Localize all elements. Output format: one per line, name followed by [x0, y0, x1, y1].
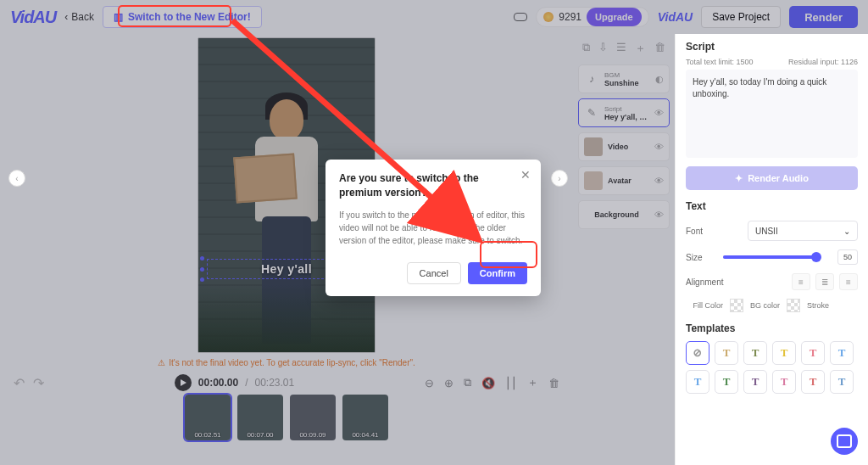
chevron-down-icon: ⌄	[843, 227, 850, 236]
play-button[interactable]	[175, 374, 192, 391]
visibility-icon[interactable]: 👁	[654, 108, 664, 118]
align-center-icon[interactable]: ≣	[815, 273, 834, 290]
clip-thumb[interactable]: 00:09.09	[290, 395, 336, 440]
visibility-icon[interactable]: 👁	[654, 210, 664, 220]
close-icon[interactable]: ✕	[520, 168, 531, 182]
cancel-button[interactable]: Cancel	[407, 262, 461, 284]
delete-icon[interactable]: 🗑	[548, 377, 559, 389]
layer-tool-icon[interactable]: ⧉	[582, 41, 590, 56]
chevron-left-icon: ‹	[64, 11, 68, 23]
wand-icon: ✦	[735, 173, 743, 184]
script-title: Script	[686, 41, 858, 53]
music-icon: ♪	[584, 71, 599, 87]
align-left-icon[interactable]: ≡	[792, 273, 810, 290]
video-thumb-icon	[584, 137, 603, 156]
zoom-in-icon[interactable]: ⊕	[444, 377, 453, 389]
align-right-icon[interactable]: ≡	[839, 273, 858, 290]
upgrade-button[interactable]: Upgrade	[587, 8, 642, 26]
confirm-button[interactable]: Confirm	[468, 262, 527, 284]
coin-icon	[543, 12, 554, 22]
layer-add-icon[interactable]: ＋	[635, 41, 646, 56]
text-template[interactable]: T	[743, 370, 767, 394]
layer-avatar[interactable]: Avatar👁	[578, 166, 670, 195]
top-bar: VidAU ‹Back ▥Switch to the New Editor! 9…	[0, 0, 868, 34]
time-current: 00:00.00	[198, 377, 238, 389]
add-icon[interactable]: ＋	[527, 375, 538, 390]
dialog-body: If you switch to the premium version of …	[339, 209, 527, 247]
text-template[interactable]: T	[830, 370, 854, 394]
text-section-title: Text	[686, 200, 858, 212]
visibility-icon[interactable]: ◐	[655, 74, 664, 85]
mini-logo: VidAU	[658, 10, 693, 24]
preview-warning: It's not the final video yet. To get acc…	[158, 358, 415, 367]
clip-thumb[interactable]: 00:02.51	[185, 395, 231, 440]
stroke-swatch[interactable]	[787, 299, 800, 312]
credits-pill[interactable]: 9291Upgrade	[536, 7, 648, 27]
device-icon[interactable]	[514, 13, 527, 21]
text-template[interactable]: T	[801, 341, 825, 365]
text-template[interactable]: T	[830, 341, 854, 365]
visibility-icon[interactable]: 👁	[654, 142, 664, 152]
transport-bar: ↶ ↷ 00:00.00 / 00:23.01 ⊖ ⊕ ⧉ 🔇 ⎮⎮ ＋ 🗑	[0, 367, 573, 395]
text-template[interactable]: T	[715, 341, 738, 365]
switch-editor-button[interactable]: ▥Switch to the New Editor!	[103, 6, 262, 28]
render-button[interactable]: Render	[789, 6, 858, 28]
undo-icon[interactable]: ↶	[14, 375, 25, 391]
split-icon[interactable]: ⎮⎮	[505, 377, 517, 389]
script-icon: ✎	[584, 105, 599, 120]
layers-panel: ⧉ ⇩ ☰ ＋ 🗑 ♪BGMSunshine◐ ✎ScriptHey y'all…	[573, 34, 675, 465]
timeline-thumbs: 00:02.51 00:07.00 00:09.09 00:04.41	[171, 395, 402, 440]
chat-fab[interactable]	[831, 428, 858, 455]
bg-color-swatch[interactable]	[730, 299, 743, 312]
script-textarea[interactable]: Hey y'all, so today I'm doing a quick un…	[686, 70, 858, 158]
layer-tool-icon[interactable]: ⇩	[598, 41, 608, 56]
text-template[interactable]: T	[686, 370, 709, 394]
layer-script[interactable]: ✎ScriptHey y'all, so t…👁	[578, 98, 670, 127]
zoom-out-icon[interactable]: ⊖	[425, 377, 434, 389]
text-template[interactable]: T	[743, 341, 767, 365]
text-template[interactable]: T	[772, 370, 796, 394]
text-template[interactable]: T	[801, 370, 825, 394]
mute-icon[interactable]: 🔇	[481, 377, 495, 389]
dialog-title: Are you sure to switch to the premium ve…	[339, 171, 527, 200]
text-template[interactable]: T	[772, 341, 796, 365]
inspector-panel: Script Total text limit: 1500Residual in…	[675, 34, 868, 465]
sparkle-icon: ▥	[114, 11, 123, 23]
prev-scene-icon[interactable]: ‹	[8, 170, 25, 187]
text-template[interactable]: ⊘	[686, 341, 709, 365]
logo: VidAU	[10, 8, 56, 27]
text-template[interactable]: T	[715, 370, 738, 394]
redo-icon[interactable]: ↷	[33, 375, 44, 391]
save-project-button[interactable]: Save Project	[701, 6, 781, 28]
confirm-dialog: ✕ Are you sure to switch to the premium …	[326, 160, 541, 296]
templates-title: Templates	[686, 322, 858, 334]
clip-thumb[interactable]: 00:07.00	[237, 395, 283, 440]
size-value[interactable]: 50	[837, 249, 858, 265]
back-button[interactable]: ‹Back	[64, 11, 94, 23]
layer-background[interactable]: Background👁	[578, 200, 670, 229]
avatar-thumb-icon	[584, 171, 603, 190]
font-select[interactable]: UNSII⌄	[748, 221, 858, 241]
visibility-icon[interactable]: 👁	[654, 176, 664, 186]
layer-bgm[interactable]: ♪BGMSunshine◐	[578, 64, 670, 93]
render-audio-button[interactable]: ✦Render Audio	[686, 166, 858, 190]
layer-tool-icon[interactable]: ☰	[616, 41, 626, 56]
clip-thumb[interactable]: 00:04.41	[342, 395, 388, 440]
copy-icon[interactable]: ⧉	[464, 376, 471, 389]
time-total: 00:23.01	[255, 377, 295, 389]
size-slider[interactable]	[723, 255, 816, 259]
next-scene-icon[interactable]: ›	[551, 170, 568, 187]
layer-video[interactable]: Video👁	[578, 132, 670, 161]
layer-delete-icon[interactable]: 🗑	[654, 41, 665, 56]
